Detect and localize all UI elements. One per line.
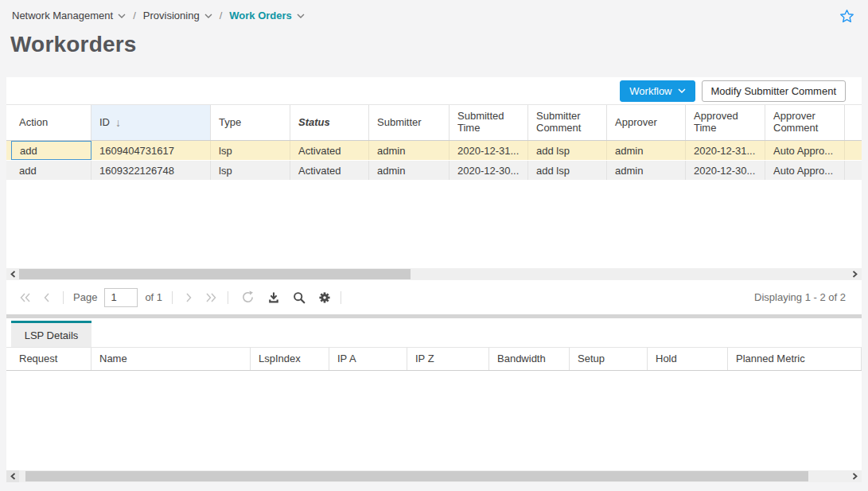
cell-value: Auto Appro... xyxy=(773,165,833,177)
tab-lsp-details[interactable]: LSP Details xyxy=(11,321,91,347)
scroll-left-icon[interactable] xyxy=(6,268,19,280)
cell-approver[interactable]: admin xyxy=(607,141,686,160)
cell-value: 2020-12-31... xyxy=(694,145,755,157)
cell-value: add xyxy=(20,145,37,157)
details-tabstrip: LSP Details xyxy=(6,318,862,347)
previous-page-icon[interactable] xyxy=(39,290,53,305)
cell-submitter-comment[interactable]: add lsp xyxy=(528,161,607,180)
cell-submitter[interactable]: admin xyxy=(369,141,450,160)
column-header-approver[interactable]: Approver xyxy=(607,105,686,140)
displaying-status: Displaying 1 - 2 of 2 xyxy=(754,291,846,303)
chevron-down-icon xyxy=(678,88,686,93)
action-bar: Workflow Modify Submitter Comment xyxy=(6,77,862,104)
cell-submitted-time[interactable]: 2020-12-31... xyxy=(450,141,528,160)
column-header-bandwidth[interactable]: Bandwidth xyxy=(489,348,570,370)
scroll-right-icon[interactable] xyxy=(848,268,861,280)
next-page-icon[interactable] xyxy=(182,290,197,305)
cell-value: admin xyxy=(377,145,405,157)
cell-value: add lsp xyxy=(536,145,570,157)
cell-status[interactable]: Activated xyxy=(290,161,369,180)
cell-action[interactable]: add xyxy=(11,161,91,180)
cell-value: admin xyxy=(615,145,643,157)
column-header-submitted-time[interactable]: Submitted Time xyxy=(450,105,528,140)
cell-value: add lsp xyxy=(536,165,570,177)
column-header-lspindex[interactable]: LspIndex xyxy=(251,348,329,370)
column-header-name[interactable]: Name xyxy=(91,348,251,370)
cell-type[interactable]: lsp xyxy=(211,141,290,160)
favorite-star-icon[interactable] xyxy=(839,8,855,25)
column-header-id[interactable]: ID ↓ xyxy=(91,105,211,140)
column-label: Submitter xyxy=(377,117,422,129)
breadcrumb-work-orders[interactable]: Work Orders xyxy=(229,10,305,21)
download-icon[interactable] xyxy=(267,291,280,304)
page-label: Page xyxy=(73,291,97,303)
workorders-panel: Workflow Modify Submitter Comment Action… xyxy=(6,77,862,482)
column-header-action[interactable]: Action xyxy=(11,105,91,140)
column-header-ip-a[interactable]: IP A xyxy=(329,348,407,370)
gear-icon[interactable] xyxy=(318,291,331,304)
breadcrumb-network-management[interactable]: Network Management xyxy=(12,10,126,21)
breadcrumb-separator: / xyxy=(220,10,223,21)
column-label: Status xyxy=(298,117,330,129)
cell-submitter[interactable]: admin xyxy=(369,161,450,180)
workorders-horizontal-scrollbar[interactable] xyxy=(6,268,862,280)
workorders-table-empty-space xyxy=(6,181,862,268)
column-header-approved-time[interactable]: Approved Time xyxy=(686,105,765,140)
search-icon[interactable] xyxy=(293,291,306,304)
column-header-type[interactable]: Type xyxy=(211,105,290,140)
page-number-input[interactable] xyxy=(104,288,138,307)
column-header-hold[interactable]: Hold xyxy=(648,348,728,370)
first-page-icon[interactable] xyxy=(18,290,32,305)
breadcrumb-provisioning[interactable]: Provisioning xyxy=(143,10,212,21)
cell-value: 1609404731617 xyxy=(99,145,174,157)
column-header-approver-comment[interactable]: Approver Comment xyxy=(765,105,845,140)
cell-id[interactable]: 1609404731617 xyxy=(91,141,211,160)
cell-approver-comment[interactable]: Auto Appro... xyxy=(765,161,845,180)
column-header-status[interactable]: Status xyxy=(290,105,369,140)
tab-label: LSP Details xyxy=(25,329,79,341)
column-header-submitter-comment[interactable]: Submitter Comment xyxy=(528,105,607,140)
column-header-setup[interactable]: Setup xyxy=(570,348,648,370)
grid-tools xyxy=(241,290,331,304)
column-label: Approver xyxy=(615,117,657,129)
cell-id[interactable]: 1609322126748 xyxy=(91,161,211,180)
cell-status[interactable]: Activated xyxy=(290,141,369,160)
modify-button-label: Modify Submitter Comment xyxy=(711,85,837,97)
scroll-right-icon[interactable] xyxy=(848,470,861,482)
column-label: Name xyxy=(99,353,127,365)
scroll-left-icon[interactable] xyxy=(6,470,19,482)
column-label: Hold xyxy=(656,353,677,365)
workflow-button[interactable]: Workflow xyxy=(620,80,695,102)
cell-type[interactable]: lsp xyxy=(211,161,290,180)
refresh-icon[interactable] xyxy=(241,290,255,304)
column-label: Approved Time xyxy=(694,111,757,134)
last-page-icon[interactable] xyxy=(204,290,218,305)
pagination-bar: Page of 1 Displaying 1 - 2 of 2 xyxy=(6,280,862,314)
cell-approver-comment[interactable]: Auto Appro... xyxy=(765,141,845,160)
cell-value: Activated xyxy=(298,145,341,157)
cell-value: lsp xyxy=(219,165,232,177)
cell-value: admin xyxy=(615,165,643,177)
column-label: Action xyxy=(19,117,48,129)
column-header-submitter[interactable]: Submitter xyxy=(369,105,450,140)
modify-submitter-comment-button[interactable]: Modify Submitter Comment xyxy=(702,80,847,102)
table-row[interactable]: add 1609322126748 lsp Activated admin 20… xyxy=(6,161,862,181)
cell-submitter-comment[interactable]: add lsp xyxy=(528,141,607,160)
column-label: LspIndex xyxy=(259,353,301,365)
cell-submitted-time[interactable]: 2020-12-30... xyxy=(450,161,528,180)
cell-approver[interactable]: admin xyxy=(607,161,686,180)
column-header-ip-z[interactable]: IP Z xyxy=(407,348,489,370)
separator xyxy=(228,291,228,304)
scrollbar-thumb[interactable] xyxy=(25,471,808,481)
column-header-planned-metric[interactable]: Planned Metric xyxy=(728,348,862,370)
cell-approved-time[interactable]: 2020-12-31... xyxy=(686,141,765,160)
cell-action[interactable]: add xyxy=(11,141,91,160)
workflow-button-label: Workflow xyxy=(629,85,671,97)
scrollbar-thumb[interactable] xyxy=(19,269,411,279)
column-header-request[interactable]: Request xyxy=(11,348,91,370)
cell-approved-time[interactable]: 2020-12-30... xyxy=(686,161,765,180)
details-horizontal-scrollbar[interactable] xyxy=(6,470,862,482)
table-row[interactable]: add 1609404731617 lsp Activated admin 20… xyxy=(6,141,862,161)
sort-desc-icon: ↓ xyxy=(115,116,121,129)
cell-value: Activated xyxy=(298,165,341,177)
